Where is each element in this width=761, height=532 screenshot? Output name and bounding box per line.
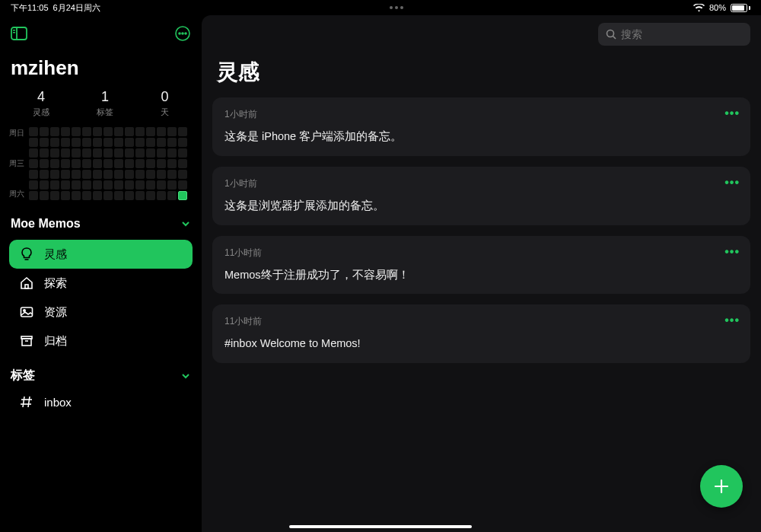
heatmap-cell[interactable] bbox=[61, 148, 70, 158]
heatmap-cell[interactable] bbox=[103, 180, 113, 190]
heatmap-cell[interactable] bbox=[29, 127, 38, 136]
heatmap-cell[interactable] bbox=[93, 170, 102, 179]
heatmap-cell[interactable] bbox=[72, 148, 81, 158]
heatmap-cell[interactable] bbox=[167, 191, 177, 200]
heatmap-cell[interactable] bbox=[157, 191, 166, 200]
heatmap-cell[interactable] bbox=[114, 180, 123, 190]
heatmap-cell[interactable] bbox=[146, 170, 155, 179]
heatmap-cell[interactable] bbox=[146, 127, 155, 136]
nav-item-archive[interactable]: 归档 bbox=[9, 327, 193, 355]
heatmap-cell[interactable] bbox=[146, 159, 155, 168]
heatmap-cell[interactable] bbox=[178, 180, 187, 190]
heatmap-cell[interactable] bbox=[125, 159, 134, 168]
heatmap-cell[interactable] bbox=[72, 170, 81, 179]
heatmap-cell[interactable] bbox=[40, 191, 49, 200]
heatmap-cell[interactable] bbox=[50, 127, 59, 136]
heatmap-cell[interactable] bbox=[61, 159, 70, 168]
heatmap-cell[interactable] bbox=[157, 159, 166, 168]
nav-item-resources[interactable]: 资源 bbox=[9, 298, 193, 327]
heatmap-cell[interactable] bbox=[61, 180, 70, 190]
heatmap-cell[interactable] bbox=[103, 159, 113, 168]
heatmap-cell[interactable] bbox=[93, 127, 102, 136]
heatmap-cell[interactable] bbox=[50, 191, 59, 200]
heatmap-cell[interactable] bbox=[167, 138, 177, 147]
heatmap-cell[interactable] bbox=[29, 138, 38, 147]
heatmap-cell[interactable] bbox=[157, 148, 166, 158]
heatmap-cell[interactable] bbox=[114, 127, 123, 136]
nav-item-explore[interactable]: 探索 bbox=[9, 269, 193, 298]
heatmap-cell[interactable] bbox=[103, 148, 113, 158]
add-memo-button[interactable] bbox=[700, 465, 743, 508]
memo-card[interactable]: 1小时前 这条是浏览器扩展添加的备忘。 ••• bbox=[212, 167, 750, 225]
heatmap-cell[interactable] bbox=[135, 180, 145, 190]
multitask-dots[interactable] bbox=[390, 6, 403, 9]
heatmap-cell[interactable] bbox=[146, 148, 155, 158]
heatmap-cell[interactable] bbox=[72, 191, 81, 200]
heatmap-cell[interactable] bbox=[146, 191, 155, 200]
heatmap-cell[interactable] bbox=[50, 170, 59, 179]
memo-card[interactable]: 11小时前 Memos终于注册成功了，不容易啊！ ••• bbox=[212, 236, 750, 295]
heatmap-cell[interactable] bbox=[50, 138, 59, 147]
heatmap-cell[interactable] bbox=[103, 138, 113, 147]
heatmap-cell[interactable] bbox=[167, 148, 177, 158]
heatmap-cell[interactable] bbox=[82, 170, 91, 179]
tags-section-header[interactable]: 标签 bbox=[9, 363, 193, 388]
heatmap-cell[interactable] bbox=[29, 159, 38, 168]
heatmap-cell[interactable] bbox=[125, 170, 134, 179]
heatmap-cell[interactable] bbox=[61, 127, 70, 136]
heatmap-cell[interactable] bbox=[61, 138, 70, 147]
heatmap[interactable]: 周日 周三 周六 bbox=[9, 127, 193, 200]
heatmap-cell[interactable] bbox=[82, 127, 91, 136]
heatmap-cell[interactable] bbox=[40, 138, 49, 147]
heatmap-cell[interactable] bbox=[178, 159, 187, 168]
heatmap-cell[interactable] bbox=[135, 138, 145, 147]
memo-card[interactable]: 11小时前 #inbox Welcome to Memos! ••• bbox=[212, 304, 750, 363]
heatmap-cell[interactable] bbox=[82, 148, 91, 158]
heatmap-cell[interactable] bbox=[82, 180, 91, 190]
memo-more-button[interactable]: ••• bbox=[724, 245, 740, 259]
heatmap-cell[interactable] bbox=[157, 127, 166, 136]
heatmap-cell[interactable] bbox=[114, 170, 123, 179]
heatmap-cell[interactable] bbox=[50, 148, 59, 158]
heatmap-cell[interactable] bbox=[72, 159, 81, 168]
heatmap-cell[interactable] bbox=[125, 180, 134, 190]
heatmap-cell[interactable] bbox=[93, 159, 102, 168]
heatmap-cell[interactable] bbox=[93, 148, 102, 158]
heatmap-cell[interactable] bbox=[50, 180, 59, 190]
heatmap-cell[interactable] bbox=[40, 159, 49, 168]
nav-section-header[interactable]: Moe Memos bbox=[9, 212, 193, 235]
heatmap-cell[interactable] bbox=[40, 127, 49, 136]
heatmap-cell[interactable] bbox=[72, 180, 81, 190]
heatmap-cell[interactable] bbox=[135, 159, 145, 168]
more-menu-button[interactable] bbox=[173, 24, 193, 43]
heatmap-cell[interactable] bbox=[29, 180, 38, 190]
heatmap-cell[interactable] bbox=[157, 170, 166, 179]
nav-item-inspiration[interactable]: 灵感 bbox=[9, 240, 193, 269]
heatmap-cell[interactable] bbox=[157, 180, 166, 190]
heatmap-cell[interactable] bbox=[178, 191, 187, 200]
heatmap-cell[interactable] bbox=[93, 191, 102, 200]
heatmap-cell[interactable] bbox=[167, 180, 177, 190]
heatmap-cell[interactable] bbox=[146, 180, 155, 190]
heatmap-cell[interactable] bbox=[178, 170, 187, 179]
heatmap-cell[interactable] bbox=[103, 127, 113, 136]
heatmap-cell[interactable] bbox=[167, 170, 177, 179]
heatmap-cell[interactable] bbox=[114, 159, 123, 168]
heatmap-cell[interactable] bbox=[135, 127, 145, 136]
heatmap-cell[interactable] bbox=[103, 170, 113, 179]
heatmap-cell[interactable] bbox=[125, 138, 134, 147]
heatmap-cell[interactable] bbox=[103, 191, 113, 200]
home-indicator[interactable] bbox=[289, 525, 472, 528]
heatmap-cell[interactable] bbox=[82, 138, 91, 147]
heatmap-cell[interactable] bbox=[40, 148, 49, 158]
heatmap-cell[interactable] bbox=[125, 148, 134, 158]
heatmap-cell[interactable] bbox=[135, 170, 145, 179]
heatmap-cell[interactable] bbox=[146, 138, 155, 147]
heatmap-cell[interactable] bbox=[178, 138, 187, 147]
heatmap-cell[interactable] bbox=[167, 127, 177, 136]
heatmap-cell[interactable] bbox=[82, 159, 91, 168]
heatmap-cell[interactable] bbox=[29, 191, 38, 200]
heatmap-cell[interactable] bbox=[82, 191, 91, 200]
search-input[interactable] bbox=[621, 28, 754, 40]
heatmap-cell[interactable] bbox=[72, 127, 81, 136]
